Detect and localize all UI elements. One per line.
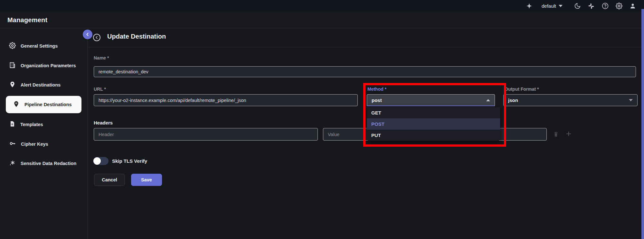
cancel-button[interactable]: Cancel bbox=[94, 174, 125, 186]
method-select[interactable]: post bbox=[367, 94, 495, 106]
back-button[interactable] bbox=[93, 34, 100, 41]
sidebar-item-general-settings[interactable]: General Settings bbox=[0, 37, 88, 55]
slack-icon[interactable] bbox=[588, 3, 595, 10]
output-format-label: Output Format * bbox=[505, 87, 539, 92]
settings-icon[interactable] bbox=[615, 3, 622, 10]
toggle-knob bbox=[93, 157, 101, 165]
skip-tls-verify-label: Skip TLS Verify bbox=[112, 158, 147, 164]
header-key-input[interactable] bbox=[94, 128, 318, 141]
method-select-value: post bbox=[372, 97, 382, 103]
building-icon bbox=[9, 62, 16, 70]
key-icon bbox=[9, 140, 16, 148]
name-input[interactable] bbox=[94, 66, 636, 77]
add-header-icon[interactable] bbox=[565, 130, 573, 138]
page-title: Update Destination bbox=[107, 33, 166, 40]
sidebar-item-label: Templates bbox=[20, 122, 43, 127]
method-options-menu: GET POST PUT bbox=[367, 107, 500, 141]
management-header-bar: Management bbox=[0, 12, 644, 28]
sidebar-item-templates[interactable]: Templates bbox=[0, 116, 88, 133]
method-option-get[interactable]: GET bbox=[367, 107, 500, 118]
redaction-icon bbox=[9, 160, 16, 168]
sidebar-item-label: Pipeline Destinations bbox=[24, 102, 72, 107]
sidebar-collapse-button[interactable] bbox=[83, 30, 92, 39]
method-option-post[interactable]: POST bbox=[367, 118, 500, 130]
sidebar-item-cipher-keys[interactable]: Cipher Keys bbox=[0, 135, 88, 153]
management-sidebar: General Settings Organization Parameters… bbox=[0, 29, 88, 239]
profile-icon[interactable] bbox=[629, 3, 636, 10]
help-icon[interactable] bbox=[601, 3, 609, 10]
save-button[interactable]: Save bbox=[131, 174, 162, 186]
map-pin-filled-icon bbox=[13, 101, 20, 109]
url-label: URL * bbox=[94, 87, 106, 92]
app-window: default Management General Settings bbox=[0, 0, 644, 239]
output-format-select-value: json bbox=[508, 97, 518, 103]
document-icon bbox=[9, 121, 15, 128]
top-bar: default bbox=[0, 0, 644, 12]
chevron-up-icon bbox=[486, 99, 490, 101]
theme-moon-icon[interactable] bbox=[574, 3, 581, 10]
delete-header-icon[interactable] bbox=[552, 130, 560, 138]
method-option-put[interactable]: PUT bbox=[367, 130, 500, 141]
vertical-scrollbar[interactable] bbox=[641, 9, 644, 239]
chevron-down-icon bbox=[559, 5, 563, 7]
map-pin-icon bbox=[9, 81, 16, 89]
output-format-select[interactable]: json bbox=[503, 94, 638, 106]
app-title: Management bbox=[7, 16, 47, 24]
skip-tls-verify-toggle[interactable] bbox=[93, 157, 109, 165]
url-input[interactable] bbox=[94, 94, 358, 106]
method-label: Method * bbox=[367, 87, 386, 92]
header-divider bbox=[88, 47, 644, 47]
sparkle-icon[interactable] bbox=[526, 3, 533, 10]
sidebar-item-pipeline-destinations[interactable]: Pipeline Destinations bbox=[6, 96, 81, 113]
headers-section-label: Headers bbox=[94, 120, 113, 125]
org-selector[interactable]: default bbox=[542, 3, 563, 9]
sidebar-item-organization-parameters[interactable]: Organization Parameters bbox=[0, 57, 88, 74]
sidebar-item-label: Alert Destinations bbox=[21, 82, 61, 87]
sidebar-item-label: Organization Parameters bbox=[21, 63, 76, 68]
sidebar-item-label: Cipher Keys bbox=[21, 142, 48, 147]
name-label: Name * bbox=[94, 55, 109, 60]
gear-icon bbox=[9, 42, 16, 50]
sidebar-item-label: Sensitive Data Redaction bbox=[21, 161, 76, 166]
org-selector-label: default bbox=[542, 3, 556, 9]
sidebar-item-sensitive-data-redaction[interactable]: Sensitive Data Redaction bbox=[0, 155, 88, 172]
sidebar-item-alert-destinations[interactable]: Alert Destinations bbox=[0, 76, 88, 94]
chevron-down-icon bbox=[629, 99, 633, 101]
sidebar-item-label: General Settings bbox=[21, 43, 58, 49]
